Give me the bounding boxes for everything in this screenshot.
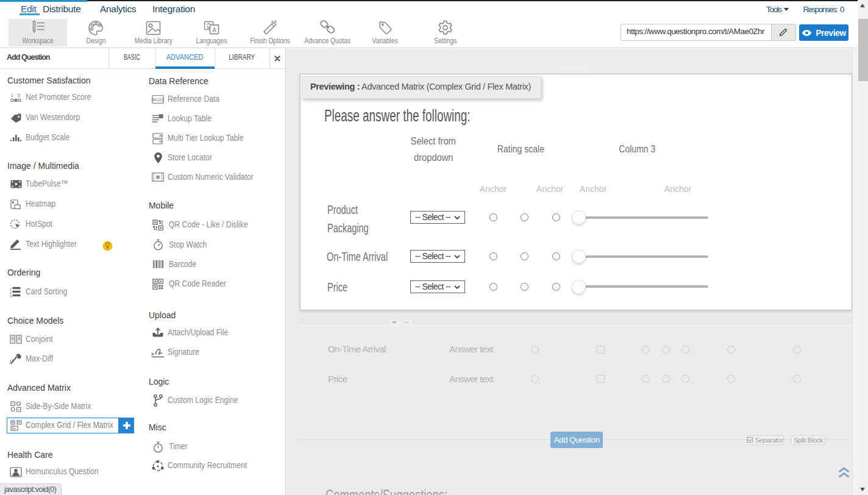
svg-text:3: 3 bbox=[10, 294, 12, 298]
svg-text:x: x bbox=[151, 351, 154, 357]
svg-text:A: A bbox=[212, 27, 216, 34]
svg-text:5: 5 bbox=[18, 93, 20, 98]
svg-text:1: 1 bbox=[11, 93, 13, 98]
svg-text:84123: 84123 bbox=[152, 98, 163, 102]
